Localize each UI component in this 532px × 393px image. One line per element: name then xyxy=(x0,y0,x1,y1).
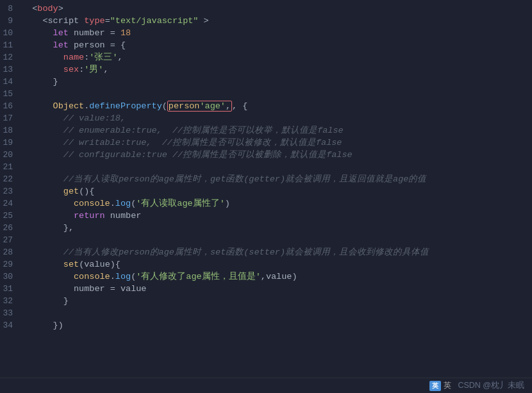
table-row: 16 Object.defineProperty(person'age',, { xyxy=(0,100,532,112)
table-row: 18 // enumerable:true, //控制属性是否可以枚举，默认值是… xyxy=(0,124,532,137)
table-row: 24 console.log('有人读取age属性了') xyxy=(0,197,532,210)
table-row: 33 xyxy=(0,307,532,319)
line-number: 19 xyxy=(0,137,22,149)
line-number: 28 xyxy=(0,246,22,258)
line-content: }, xyxy=(22,222,532,234)
line-content: get(){ xyxy=(22,185,532,197)
line-number: 25 xyxy=(0,210,22,222)
line-number: 31 xyxy=(0,283,22,295)
line-number: 10 xyxy=(0,27,22,39)
line-number: 16 xyxy=(0,100,22,112)
line-number: 11 xyxy=(0,39,22,51)
table-row: 17 // value:18, xyxy=(0,112,532,124)
author-label: CSDN @枕丿未眠 xyxy=(458,380,524,391)
line-number: 27 xyxy=(0,234,22,246)
line-number: 15 xyxy=(0,88,22,100)
table-row: 12 name:'张三', xyxy=(0,51,532,63)
line-content: <body> xyxy=(22,3,532,15)
line-number: 17 xyxy=(0,112,22,124)
table-row: 34 }) xyxy=(0,319,532,331)
table-row: 15 xyxy=(0,88,532,100)
table-row: 23 get(){ xyxy=(0,185,532,197)
line-content: } xyxy=(22,76,532,88)
footer: 英 英 CSDN @枕丿未眠 xyxy=(0,378,532,393)
table-row: 22 //当有人读取person的age属性时，get函数(getter)就会被… xyxy=(0,173,532,185)
table-row: 27 xyxy=(0,234,532,246)
table-row: 30 console.log('有人修改了age属性，且值是',value) xyxy=(0,271,532,283)
line-content: }) xyxy=(22,319,532,331)
line-content: Object.defineProperty(person'age',, { xyxy=(22,100,532,112)
code-lines: 8 <body>9 <script type="text/javascript"… xyxy=(0,0,532,378)
table-row: 21 xyxy=(0,161,532,173)
table-row: 29 set(value){ xyxy=(0,258,532,271)
line-content: } xyxy=(22,295,532,307)
line-content: set(value){ xyxy=(22,258,532,271)
line-number: 9 xyxy=(0,15,22,27)
line-number: 30 xyxy=(0,271,22,283)
im-label: 英 xyxy=(444,380,451,391)
line-content: // writable:true, //控制属性是否可以被修改，默认值是fals… xyxy=(22,137,532,149)
line-content: //当有人修改person的age属性时，set函数(setter)就会被调用，… xyxy=(22,246,532,258)
table-row: 20 // configurable:true //控制属性是否可以被删除，默认… xyxy=(0,149,532,161)
line-number: 24 xyxy=(0,197,22,210)
table-row: 13 sex:'男', xyxy=(0,63,532,76)
table-row: 9 <script type="text/javascript" > xyxy=(0,15,532,27)
table-row: 11 let person = { xyxy=(0,39,532,51)
line-number: 20 xyxy=(0,149,22,161)
line-content: number = value xyxy=(22,283,532,295)
line-content: //当有人读取person的age属性时，get函数(getter)就会被调用，… xyxy=(22,173,532,185)
line-number: 29 xyxy=(0,258,22,271)
input-method: 英 英 xyxy=(429,380,451,391)
table-row: 32 } xyxy=(0,295,532,307)
line-number: 23 xyxy=(0,185,22,197)
line-number: 14 xyxy=(0,76,22,88)
line-number: 26 xyxy=(0,222,22,234)
line-number: 32 xyxy=(0,295,22,307)
im-icon: 英 xyxy=(429,381,441,391)
table-row: 10 let number = 18 xyxy=(0,27,532,39)
line-number: 13 xyxy=(0,63,22,76)
line-number: 21 xyxy=(0,161,22,173)
line-number: 18 xyxy=(0,124,22,137)
line-content: name:'张三', xyxy=(22,51,532,63)
table-row: 28 //当有人修改person的age属性时，set函数(setter)就会被… xyxy=(0,246,532,258)
line-content: // configurable:true //控制属性是否可以被删除，默认值是f… xyxy=(22,149,532,161)
line-content: return number xyxy=(22,210,532,222)
table-row: 8 <body> xyxy=(0,3,532,15)
line-content: console.log('有人读取age属性了') xyxy=(22,197,532,210)
line-number: 22 xyxy=(0,173,22,185)
line-content: // value:18, xyxy=(22,112,532,124)
table-row: 31 number = value xyxy=(0,283,532,295)
line-content: sex:'男', xyxy=(22,63,532,76)
table-row: 14 } xyxy=(0,76,532,88)
code-editor: 8 <body>9 <script type="text/javascript"… xyxy=(0,0,532,393)
line-number: 34 xyxy=(0,319,22,331)
line-content: let person = { xyxy=(22,39,532,51)
line-content: // enumerable:true, //控制属性是否可以枚举，默认值是fal… xyxy=(22,124,532,137)
line-number: 12 xyxy=(0,51,22,63)
table-row: 19 // writable:true, //控制属性是否可以被修改，默认值是f… xyxy=(0,137,532,149)
line-content: <script type="text/javascript" > xyxy=(22,15,532,27)
line-content: let number = 18 xyxy=(22,27,532,39)
line-number: 8 xyxy=(0,3,22,15)
table-row: 26 }, xyxy=(0,222,532,234)
table-row: 25 return number xyxy=(0,210,532,222)
line-content: console.log('有人修改了age属性，且值是',value) xyxy=(22,271,532,283)
line-number: 33 xyxy=(0,307,22,319)
